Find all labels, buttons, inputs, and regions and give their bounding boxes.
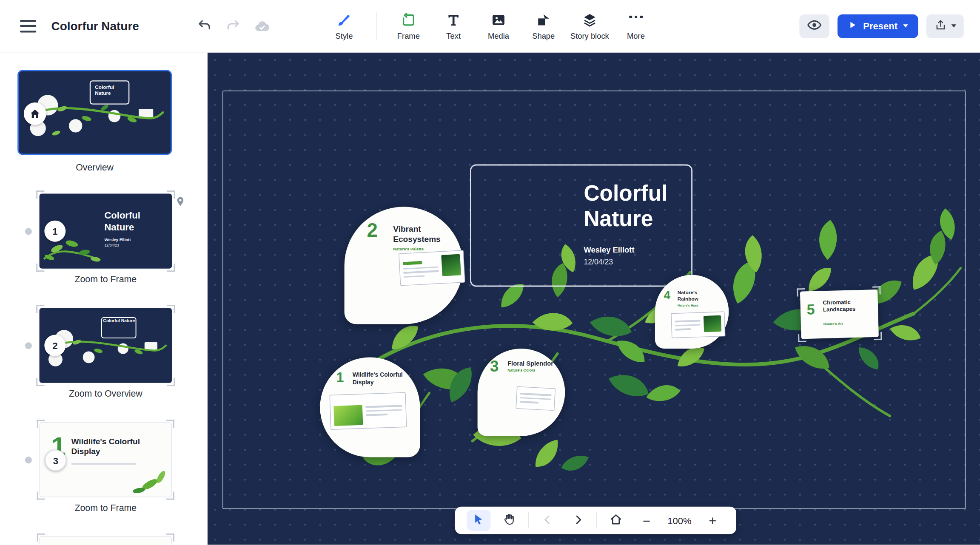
shape-icon — [536, 11, 551, 27]
pan-tool-button[interactable] — [497, 510, 521, 531]
title-frame[interactable]: Colorful Nature Wesley Elliott 12/04/23 — [470, 164, 692, 287]
tool-text[interactable]: Text — [436, 11, 472, 40]
share-button[interactable] — [926, 14, 964, 38]
topic-subtitle: Nature's Palette — [393, 247, 424, 251]
document-title: Colorfur Nature — [51, 19, 139, 33]
topic-subslide-card[interactable] — [329, 392, 407, 430]
top-toolbar: Colorfur Nature Style — [0, 0, 980, 52]
tool-media[interactable]: Media — [480, 11, 516, 40]
topic-number: 3 — [490, 357, 499, 375]
story-block-icon — [582, 11, 597, 27]
tool-more[interactable]: More — [618, 11, 654, 40]
undo-button[interactable] — [197, 18, 213, 34]
topic-subslide-card[interactable] — [671, 312, 725, 338]
overview-label: Overview — [17, 162, 172, 173]
slide-2-number-badge: 2 — [44, 335, 66, 356]
map-pin-icon — [175, 196, 185, 209]
topic-title: Chromatic Landscapes — [823, 298, 873, 314]
presentation-canvas[interactable]: Colorful Nature Wesley Elliott 12/04/23 … — [208, 52, 980, 545]
select-tool-button[interactable] — [467, 510, 490, 531]
present-button[interactable]: Present — [838, 14, 918, 38]
tool-text-label: Text — [446, 32, 461, 41]
path-dot — [25, 228, 32, 235]
topic-chromatic-landscapes[interactable]: 5 Chromatic Landscapes Nature's Art — [800, 290, 879, 339]
slide-3-thumbnail[interactable]: 1 Wildlife's Colorful Display 3 — [40, 422, 172, 497]
hand-icon — [503, 513, 516, 528]
zoom-level: 100% — [665, 515, 694, 526]
topic-subtitle: Nature's Art — [823, 322, 843, 326]
nature-photo — [441, 254, 461, 276]
tool-style[interactable]: Style — [326, 11, 362, 40]
menu-button[interactable] — [20, 20, 36, 32]
frame-icon — [401, 11, 416, 27]
topic-vibrant-ecosystems[interactable]: 2 Vibrant Ecosystems Nature's Palette — [345, 207, 463, 324]
text-icon — [446, 11, 461, 27]
zoom-out-button[interactable]: − — [635, 510, 658, 531]
tool-shape-label: Shape — [532, 32, 555, 41]
topic-floral-splendor[interactable]: 3 Floral Splendor Nature's Colors — [478, 349, 565, 436]
canvas-title: Colorful Nature — [584, 181, 667, 232]
prezi-editor: Colorfur Nature Style — [0, 0, 980, 545]
home-icon — [609, 513, 622, 528]
slide-2-action: Zoom to Overview — [40, 389, 172, 399]
overview-thumb-title: Colorful Nature — [95, 84, 131, 97]
chevron-down-icon — [903, 24, 908, 27]
slide-1-thumb-title: Colorful Nature — [104, 210, 162, 233]
slide-row-4 — [0, 536, 208, 545]
slide-3-number-badge: 3 — [45, 450, 66, 471]
next-step-button[interactable] — [566, 510, 590, 531]
home-view-button[interactable] — [604, 510, 628, 531]
slides-sidebar: Colorful Nature Overview Colorful Nature — [0, 52, 208, 545]
preview-button[interactable] — [799, 14, 829, 38]
topic-number: 2 — [367, 219, 378, 242]
topic-subslide-card[interactable] — [399, 250, 465, 286]
tool-style-label: Style — [336, 32, 353, 41]
slide-2-thumbnail[interactable]: Colorful Nature 2 — [40, 308, 172, 383]
canvas-author: Wesley Elliott — [584, 245, 634, 254]
slide-3-thumb-title: Wildlife's Colorful Display — [71, 437, 165, 457]
slide-4-thumbnail[interactable] — [40, 536, 172, 545]
topic-subtitle: Nature's Hues — [678, 304, 698, 307]
history-group — [197, 18, 270, 34]
slide-1-action: Zoom to Frame — [40, 274, 172, 284]
topic-wildlifes-colorful-display[interactable]: 1 Wildlife's Colorful Display — [320, 357, 420, 457]
redo-button[interactable] — [225, 18, 242, 34]
nature-photo — [704, 315, 721, 332]
tool-more-label: More — [627, 32, 645, 41]
tool-frame[interactable]: Frame — [390, 11, 427, 40]
zoom-in-button[interactable]: + — [701, 510, 724, 531]
tool-story-block-label: Story block — [570, 32, 609, 41]
slide-1-thumbnail[interactable]: Colorful Nature Wesley Elliott 12/04/23 … — [40, 194, 172, 269]
chevron-left-icon — [541, 513, 553, 528]
topic-subslide-card[interactable] — [516, 386, 556, 411]
slide-row-1: Colorful Nature Wesley Elliott 12/04/23 … — [0, 194, 208, 294]
slide-3-action: Zoom to Frame — [40, 503, 172, 513]
present-label: Present — [863, 20, 897, 31]
insert-toolbar: Style Frame Text Media — [326, 11, 654, 40]
previous-step-button[interactable] — [536, 510, 559, 531]
cursor-icon — [472, 513, 485, 528]
topic-number: 5 — [806, 301, 815, 318]
home-icon — [24, 102, 46, 125]
topic-title: Floral Splendor — [507, 360, 560, 367]
topic-title: Nature's Rainbow — [678, 290, 716, 302]
overview-thumbnail[interactable]: Colorful Nature — [17, 70, 172, 155]
canvas-nav-toolbar: − 100% + — [455, 507, 736, 534]
media-icon — [491, 11, 506, 27]
tool-story-block[interactable]: Story block — [570, 11, 609, 40]
chevron-down-icon — [951, 24, 956, 27]
slide-row-2: Colorful Nature 2 Zoom to Overview — [0, 308, 208, 408]
slide-1-thumb-author: Wesley Elliott — [104, 237, 131, 241]
header-actions: Present — [799, 14, 963, 38]
tool-frame-label: Frame — [397, 32, 420, 41]
play-icon — [847, 20, 858, 32]
tool-media-label: Media — [488, 32, 509, 41]
canvas-date: 12/04/23 — [584, 257, 613, 266]
topic-natures-rainbow[interactable]: 4 Nature's Rainbow Nature's Hues — [655, 275, 729, 349]
slide-2-thumb-title: Colorful Nature — [103, 318, 135, 324]
tool-shape[interactable]: Shape — [525, 11, 561, 40]
topic-title: Vibrant Ecosystems — [393, 224, 447, 245]
topic-subtitle: Nature's Colors — [507, 369, 535, 372]
slide-1-thumb-date: 12/04/23 — [104, 244, 119, 247]
topic-title: Wildlife's Colorful Display — [353, 371, 406, 386]
